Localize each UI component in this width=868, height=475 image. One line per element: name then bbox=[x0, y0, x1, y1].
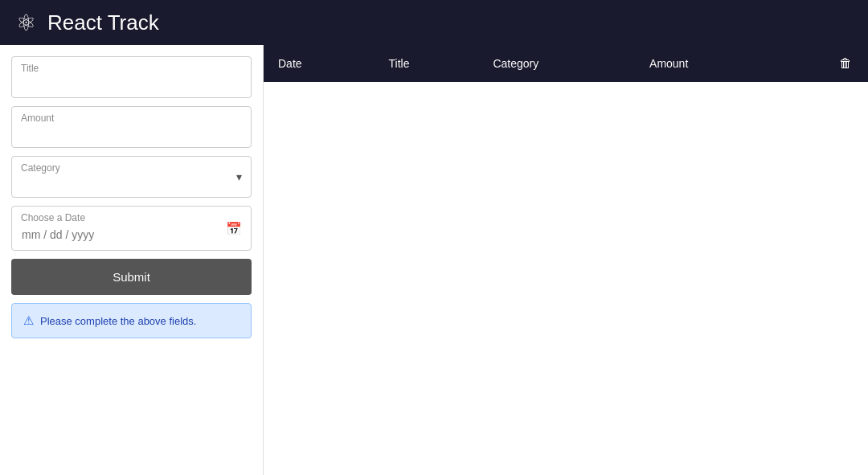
title-input[interactable] bbox=[11, 56, 252, 98]
transactions-table: Date Title Category Amount 🗑 bbox=[264, 45, 868, 82]
validation-alert: ⚠ Please complete the above fields. bbox=[11, 303, 252, 338]
col-title: Title bbox=[375, 45, 479, 82]
alert-text: Please complete the above fields. bbox=[40, 315, 196, 327]
title-field-group: Title bbox=[11, 56, 252, 98]
app-logo: ⚛ bbox=[16, 10, 36, 36]
amount-field-group: Amount bbox=[11, 106, 252, 148]
trash-icon[interactable]: 🗑 bbox=[839, 56, 852, 70]
app-header: ⚛ React Track bbox=[0, 0, 868, 45]
col-date: Date bbox=[264, 45, 375, 82]
date-input[interactable] bbox=[11, 206, 252, 251]
table-header-row: Date Title Category Amount 🗑 bbox=[264, 45, 868, 82]
submit-button[interactable]: Submit bbox=[11, 259, 252, 295]
app-title: React Track bbox=[47, 10, 159, 35]
warning-icon: ⚠ bbox=[23, 313, 34, 328]
category-field-group: Category Food Transport Entertainment He… bbox=[11, 156, 252, 198]
col-delete: 🗑 bbox=[777, 45, 868, 82]
col-amount: Amount bbox=[635, 45, 777, 82]
amount-input[interactable] bbox=[11, 106, 252, 148]
category-select[interactable]: Food Transport Entertainment Health Othe… bbox=[11, 156, 252, 198]
col-category: Category bbox=[478, 45, 635, 82]
date-field-group: Choose a Date 📅 bbox=[11, 206, 252, 251]
main-layout: Title Amount Category Food Transport Ent… bbox=[0, 45, 868, 475]
form-panel: Title Amount Category Food Transport Ent… bbox=[0, 45, 264, 475]
table-panel: Date Title Category Amount 🗑 bbox=[264, 45, 868, 475]
